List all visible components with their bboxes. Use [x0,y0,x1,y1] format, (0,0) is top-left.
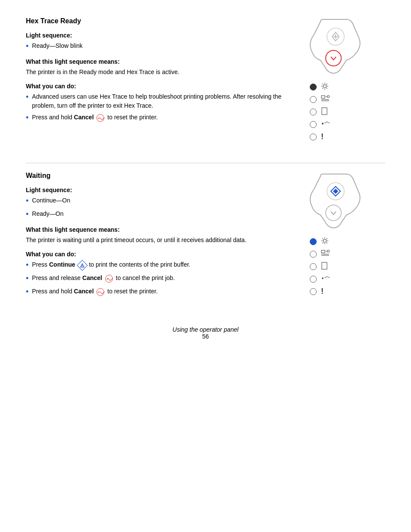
section-right-waiting: ! [308,172,385,300]
indicator-row [310,262,330,271]
bullet-dot: • [26,112,28,124]
meaning-text-1: The printer is in the Ready mode and Hex… [26,68,299,77]
svg-point-4 [326,50,341,66]
can-do-list-2: • Press Continue to print the contents o… [26,260,299,298]
svg-line-11 [327,88,327,89]
list-item: • Press Continue to print the contents o… [26,260,299,271]
can-do-label-2: What you can do: [26,251,299,258]
led-indicator [310,263,317,270]
section-left-waiting: Waiting Light sequence: • Continue—On • … [26,172,308,300]
svg-point-21 [322,123,324,124]
section-right-hex-trace: ! [308,17,385,141]
panel-diagram-1 [308,17,364,79]
light-sequence-list-2: • Continue—On • Ready—On [26,196,299,220]
cancel-icon [105,275,113,283]
led-indicator [310,134,317,140]
can-do-text-1b: Press and hold Cancel to reset the print… [32,113,158,122]
meaning-label-2: What this light sequence means: [26,226,299,233]
indicator-row [310,249,330,258]
sun-icon [321,82,329,91]
bullet-dot: • [26,259,28,271]
bullet-dot: • [26,208,28,220]
svg-point-16 [327,96,330,98]
led-indicator [310,96,317,103]
light-sequence-list-1: • Ready—Slow blink [26,41,299,52]
section-title-hex-trace: Hex Trace Ready [26,17,299,25]
section-hex-trace-ready: Hex Trace Ready Light sequence: • Ready—… [26,17,385,141]
bullet-dot: • [26,273,28,284]
can-do-label-1: What you can do: [26,83,299,90]
page-icon [321,107,328,116]
indicator-row: ! [310,132,330,141]
indicator-row: ! [310,287,330,296]
can-do-text-1a: Advanced users can use Hex Trace to help… [32,92,299,110]
can-do-text-2b: Press and release Cancel to cancel the p… [32,274,174,283]
svg-point-5 [324,85,327,88]
list-item: • Continue—On [26,196,299,207]
footer-text: Using the operator panel [26,326,385,333]
led-indicator [310,276,317,283]
indicator-row [310,82,330,91]
indicator-rows-1: ! [310,82,330,141]
can-do-text-2a: Press Continue to print the contents of … [32,260,190,269]
footer-page: 56 [26,333,385,340]
bullet-dot: • [26,195,28,207]
list-item: • Press and hold Cancel to reset the pri… [26,287,299,298]
page-footer: Using the operator panel 56 [26,313,385,340]
can-do-list-1: • Advanced users can use Hex Trace to he… [26,92,299,124]
svg-line-12 [327,84,327,84]
svg-marker-26 [333,189,338,194]
exclamation-icon: ! [321,287,324,296]
section-title-waiting: Waiting [26,172,299,180]
page-icon [321,262,328,271]
wave-icon [321,120,330,129]
wave-icon [321,274,330,283]
led-indicator [310,84,317,90]
bullet-dot: • [26,40,28,52]
svg-line-36 [322,243,323,243]
can-do-text-2c: Press and hold Cancel to reset the print… [32,287,158,296]
svg-rect-19 [322,108,327,115]
sun-icon [321,237,329,246]
list-item: • Press and release Cancel to cancel the… [26,274,299,284]
list-item: • Press and hold Cancel to reset the pri… [26,113,299,124]
panel-diagram-2 [308,172,364,233]
svg-rect-14 [321,96,325,98]
svg-line-13 [322,88,323,89]
svg-point-43 [322,277,324,279]
printer-panel-svg-1 [308,17,364,78]
bullet-dot: • [26,91,28,103]
indicator-row [310,120,330,129]
indicator-row [310,95,330,104]
cancel-icon [97,288,104,296]
light-sequence-label-1: Light sequence: [26,32,299,39]
menu-icon [321,95,330,104]
svg-rect-37 [321,250,325,253]
indicator-row [310,237,330,246]
svg-point-39 [327,250,330,252]
section-left-hex-trace: Hex Trace Ready Light sequence: • Ready—… [26,17,308,141]
light-sequence-label-2: Light sequence: [26,187,299,193]
meaning-text-2: The printer is waiting until a print tim… [26,236,299,245]
indicator-row [310,274,330,283]
list-item: • Ready—On [26,209,299,220]
page-content: Hex Trace Ready Light sequence: • Ready—… [26,17,385,340]
cancel-icon [97,114,104,122]
svg-rect-42 [322,262,327,269]
led-indicator [310,109,317,115]
svg-point-27 [326,205,341,221]
list-item: • Ready—Slow blink [26,41,299,52]
indicator-rows-2: ! [310,237,330,296]
svg-line-10 [322,84,323,84]
svg-line-34 [327,243,327,243]
led-indicator [310,238,317,245]
led-indicator [310,288,317,295]
svg-line-35 [327,238,327,239]
bullet-dot: • [26,286,28,298]
indicator-row [310,107,330,116]
menu-icon [321,249,330,258]
section-waiting: Waiting Light sequence: • Continue—On • … [26,172,385,300]
led-indicator [310,121,317,128]
svg-line-33 [322,238,323,239]
section-divider [26,163,385,163]
